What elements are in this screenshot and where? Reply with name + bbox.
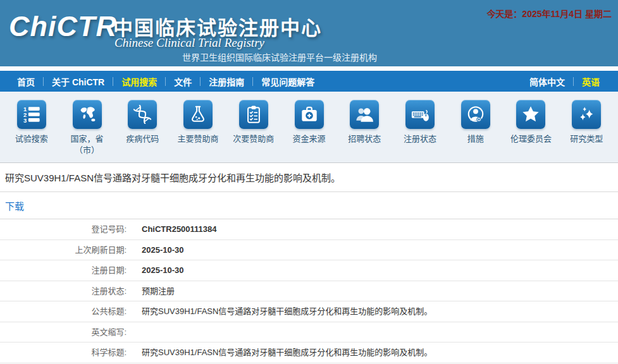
search-option-ethics-committee: 伦理委员会 (504, 100, 559, 162)
doctor-icon (466, 105, 485, 124)
disease-code-tile[interactable] (128, 100, 157, 129)
medical-bag-icon (300, 105, 319, 124)
icon-label[interactable]: 措施 (448, 133, 504, 145)
icon-label[interactable]: 资金来源 (281, 133, 337, 145)
field-row-registration-status: 注册状态: 预期注册 (0, 281, 618, 302)
svg-text:3: 3 (23, 118, 27, 124)
field-label: 英文缩写: (0, 322, 134, 343)
icon-label[interactable]: 试验搜索 (4, 133, 59, 145)
world-map-icon (78, 105, 97, 124)
chictr-logo[interactable]: ChiCTR (9, 10, 117, 43)
secondary-sponsor-tile[interactable] (239, 100, 268, 129)
field-row-registration-date: 注册日期: 2025-10-30 (0, 260, 618, 281)
search-option-country-province: 国家，省 （市） (59, 100, 115, 162)
ethics-committee-tile[interactable] (516, 100, 545, 129)
study-type-tile[interactable] (572, 100, 601, 129)
chictr-page: 今天是：2025年11月4日 星期二 ChiCTR 中国临床试验注册中心 Chi… (0, 0, 618, 364)
trial-detail-table: 登记号码: ChiCTR2500111384 上次刷新日期: 2025-10-3… (0, 219, 618, 364)
site-title-english: Chinese Clinical Trial Registry (114, 36, 264, 50)
sparkles-icon (577, 105, 596, 124)
dna-icon (133, 105, 152, 124)
who-registry-line: 世界卫生组织国际临床试验注册平台一级注册机构 (182, 51, 377, 63)
nav-item-about[interactable]: 关于 ChiCTR (44, 75, 113, 88)
field-label: 注册状态: (0, 281, 134, 301)
lang-simplified-chinese[interactable]: 简体中文 (521, 75, 573, 88)
primary-sponsor-tile[interactable] (183, 100, 213, 129)
field-row-public-title: 公共标题: 研究SUV39H1/FASN信号通路对牙髓干细胞成牙分化和再生功能的… (0, 301, 618, 322)
nav-left: 首页 关于 ChiCTR 试用搜索 文件 注册指南 常见问题解答 (0, 75, 323, 88)
icon-label[interactable]: 伦理委员会 (504, 133, 559, 145)
trial-title-row: 研究SUV39H1/FASN信号通路对牙髓干细胞成牙分化和再生功能的影响及机制。 (0, 163, 618, 192)
numbered-list-icon: 1 2 3 (22, 105, 41, 124)
interventions-tile[interactable] (461, 100, 490, 129)
country-province-tile[interactable] (73, 100, 102, 129)
field-row-registration-number: 登记号码: ChiCTR2500111384 (0, 219, 618, 240)
download-row: 下载 (0, 192, 618, 219)
field-value: 2025-10-30 (134, 240, 184, 260)
nav-item-registration-guide[interactable]: 注册指南 (201, 75, 252, 88)
search-option-interventions: 措施 (448, 100, 504, 162)
site-header: 今天是：2025年11月4日 星期二 ChiCTR 中国临床试验注册中心 Chi… (0, 0, 618, 66)
field-row-english-acronym: 英文缩写: (0, 322, 618, 343)
field-value (134, 322, 142, 343)
icon-label[interactable]: 疾病代码 (114, 133, 170, 145)
icon-label[interactable]: 注册状态 (392, 133, 448, 145)
nav-item-trial-search[interactable]: 试用搜索 (113, 75, 165, 88)
nav-item-faq[interactable]: 常见问题解答 (253, 75, 323, 88)
nav-language-switch: 简体中文 英语 (521, 75, 618, 88)
today-date: 今天是：2025年11月4日 星期二 (486, 7, 612, 20)
people-icon (355, 105, 374, 124)
field-value: 2025-10-30 (134, 260, 184, 281)
funding-source-tile[interactable] (295, 100, 324, 129)
icon-label[interactable]: 主要赞助商 (170, 133, 226, 145)
icon-label[interactable]: 国家，省 （市） (59, 133, 115, 155)
star-icon (521, 105, 540, 124)
lang-english[interactable]: 英语 (574, 75, 608, 88)
search-option-disease-code: 疾病代码 (114, 100, 170, 162)
search-option-trial-search: 1 2 3 试验搜索 (4, 100, 59, 162)
search-option-recruiting-status: 招聘状态 (337, 100, 392, 162)
field-value: ChiCTR2500111384 (134, 219, 217, 240)
recruiting-status-tile[interactable] (350, 100, 379, 129)
field-value: 研究SUV39H1/FASN信号通路对牙髓干细胞成牙分化和再生功能的影响及机制。 (134, 301, 432, 322)
search-option-registration-status: 注册状态 (392, 100, 448, 162)
flask-icon (188, 105, 207, 124)
icon-label[interactable]: 次要赞助商 (226, 133, 281, 145)
nav-item-home[interactable]: 首页 (9, 75, 43, 88)
field-label: 公共标题: (0, 301, 134, 322)
nav-item-documents[interactable]: 文件 (166, 75, 200, 88)
keyboard-mouse-icon (411, 105, 430, 124)
trial-title: 研究SUV39H1/FASN信号通路对牙髓干细胞成牙分化和再生功能的影响及机制。 (5, 171, 340, 184)
clipboard-checklist-icon (244, 105, 263, 124)
field-label: 科学标题: (0, 343, 134, 363)
search-option-funding-source: 资金来源 (281, 100, 337, 162)
icon-label[interactable]: 研究类型 (559, 133, 614, 145)
field-row-scientific-title: 科学标题: 研究SUV39H1/FASN信号通路对牙髓干细胞成牙分化和再生功能的… (0, 343, 618, 363)
search-option-study-type: 研究类型 (559, 100, 614, 162)
header-divider (0, 66, 618, 71)
field-row-last-refreshed: 上次刷新日期: 2025-10-30 (0, 240, 618, 261)
field-value: 预期注册 (134, 281, 175, 301)
icon-label[interactable]: 招聘状态 (337, 133, 392, 145)
field-label: 上次刷新日期: (0, 240, 134, 260)
search-option-primary-sponsor: 主要赞助商 (170, 100, 226, 162)
registration-status-tile[interactable] (405, 100, 435, 129)
search-option-secondary-sponsor: 次要赞助商 (226, 100, 281, 162)
field-label: 注册日期: (0, 260, 134, 281)
main-nav: 首页 关于 ChiCTR 试用搜索 文件 注册指南 常见问题解答 简体中文 英语 (0, 71, 618, 92)
trial-search-tile[interactable]: 1 2 3 (17, 100, 46, 129)
field-label: 登记号码: (0, 219, 134, 240)
search-icon-band: 1 2 3 试验搜索 国家，省 （市） (0, 92, 618, 163)
field-value: 研究SUV39H1/FASN信号通路对牙髓干细胞成牙分化和再生功能的影响及机制。 (134, 343, 432, 363)
download-link[interactable]: 下载 (5, 199, 24, 212)
